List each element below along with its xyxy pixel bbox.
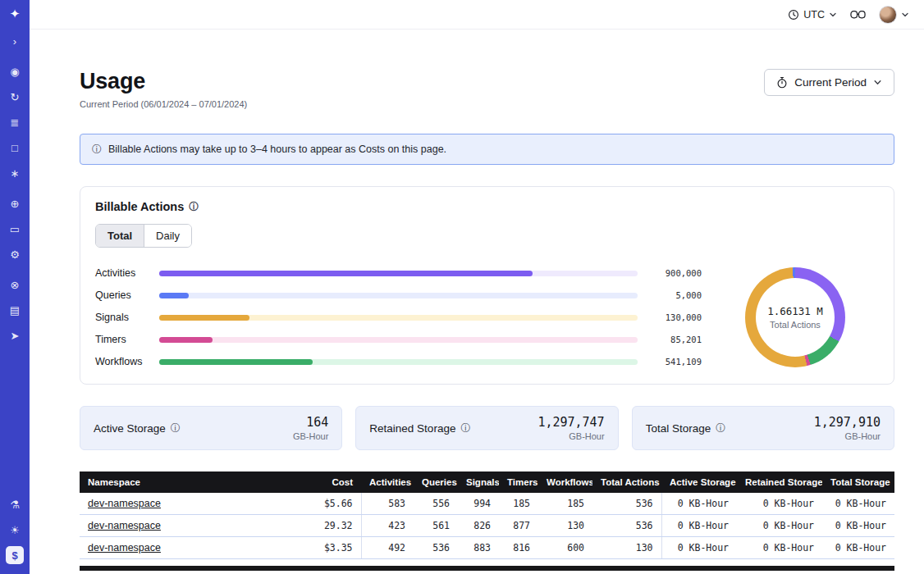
sidebar-group: ⊗▤➤ [6, 276, 24, 344]
docs-book-icon[interactable]: ▤ [6, 301, 24, 319]
info-icon[interactable]: ⓘ [171, 423, 181, 433]
cell: 826 [458, 515, 499, 537]
cell: 994 [458, 493, 499, 515]
circle-x-icon[interactable]: ⊗ [6, 276, 24, 294]
billable-bar-chart: Activities900,000Queries5,000Signals130,… [95, 267, 702, 367]
column-header-queries: Queries [414, 472, 458, 493]
column-header-total-actions: Total Actions [592, 472, 661, 493]
stat-unit: GB-Hour [537, 431, 604, 441]
stat-value: 1,297,747 [537, 415, 604, 430]
bar-value: 85,201 [649, 335, 702, 344]
lab-flask-icon[interactable]: ⚗ [6, 495, 24, 513]
timezone-selector[interactable]: UTC [788, 9, 837, 20]
stat-unit: GB-Hour [814, 431, 881, 441]
app-root: ✦ ›◉↻≣□∗⊕▭⚙⊗▤➤ ⚗☀$ UTC Usage Current [0, 0, 924, 574]
cell: 0 KB-Hour [822, 537, 894, 559]
period-selector-button[interactable]: Current Period [764, 69, 894, 96]
stat-value-block: 1,297,910GB-Hour [814, 415, 881, 441]
namespace-cell: dev-namespace [80, 515, 290, 537]
bar-row-signals: Signals130,000 [95, 312, 702, 323]
column-header-timers: Timers [499, 472, 538, 493]
globe-icon[interactable]: ⊕ [6, 194, 24, 212]
chevron-down-icon [901, 11, 909, 19]
donut-total-value: 1.66131 M [767, 305, 823, 317]
cell: 29.32 [290, 515, 361, 537]
bar-label: Activities [95, 267, 148, 279]
namespace-link[interactable]: dev-namespace [88, 498, 161, 509]
bar-label: Workflows [95, 356, 148, 367]
page-title: Usage [80, 69, 247, 94]
schedules-icon[interactable]: ↻ [6, 88, 24, 106]
billing-card-icon[interactable]: ▭ [6, 220, 24, 238]
topbar: UTC [30, 0, 924, 30]
cell: 423 [361, 515, 414, 537]
user-menu[interactable] [879, 6, 909, 24]
period-button-label: Current Period [794, 76, 867, 89]
bar-row-queries: Queries5,000 [95, 289, 702, 301]
namespace-cell: dev-namespace [80, 493, 290, 515]
column-header-cost: Cost [290, 472, 361, 493]
cell: 0 KB-Hour [737, 537, 822, 559]
info-icon: ⓘ [92, 144, 102, 154]
tab-total[interactable]: Total [96, 225, 144, 247]
cell: 185 [538, 493, 592, 515]
stat-label-text: Active Storage [94, 422, 166, 435]
donut-center: 1.66131 M Total Actions [723, 264, 867, 371]
deployments-icon[interactable]: □ [6, 139, 24, 157]
bar-fill [159, 271, 533, 276]
bar-track [159, 337, 638, 343]
bar-track [159, 359, 638, 365]
namespace-cell: dev-namespace [80, 537, 290, 559]
tab-daily[interactable]: Daily [144, 225, 191, 247]
cell: 185 [499, 493, 538, 515]
column-header-retained-storage: Retained Storage [737, 472, 822, 493]
info-icon[interactable]: ⓘ [460, 423, 470, 433]
namespace-link[interactable]: dev-namespace [88, 520, 161, 531]
user-avatar[interactable] [879, 6, 897, 24]
usage-dollar-icon[interactable]: $ [6, 546, 24, 564]
bar-label: Timers [95, 334, 148, 345]
bar-value: 5,000 [649, 290, 702, 300]
cell: 0 KB-Hour [737, 515, 822, 537]
expand-sidebar-icon[interactable]: › [6, 32, 24, 50]
column-header-total-storage: Total Storage [822, 472, 894, 493]
settings-gear-icon[interactable]: ⚙ [6, 245, 24, 263]
goggles-icon[interactable] [850, 10, 866, 20]
bar-value: 130,000 [649, 312, 702, 322]
info-icon[interactable]: ⓘ [716, 423, 725, 433]
stat-label-text: Retained Storage [369, 422, 455, 435]
cell: $5.66 [290, 493, 361, 515]
theme-sun-icon[interactable]: ☀ [6, 521, 24, 539]
nexus-icon[interactable]: ∗ [6, 164, 24, 182]
stat-label-text: Total Storage [646, 422, 711, 435]
stack-icon[interactable]: ≣ [6, 113, 24, 131]
cell: 561 [414, 515, 458, 537]
timezone-label: UTC [803, 9, 825, 20]
bar-fill [159, 315, 249, 321]
stat-value: 164 [293, 415, 328, 430]
rocket-icon[interactable]: ➤ [6, 326, 24, 344]
bar-value: 900,000 [649, 268, 702, 278]
bar-label: Signals [95, 312, 148, 323]
bar-label: Queries [95, 289, 148, 301]
workflows-icon[interactable]: ◉ [6, 62, 24, 80]
stat-label: Total Storageⓘ [646, 422, 726, 435]
usage-table: NamespaceCostActivitiesQueriesSignalsTim… [80, 472, 894, 559]
table-row: dev-namespace$5.665835569941851855360 KB… [80, 493, 894, 515]
cell: 556 [414, 493, 458, 515]
namespace-usage-table: NamespaceCostActivitiesQueriesSignalsTim… [80, 472, 894, 571]
sidebar-bottom: ⚗☀$ [6, 495, 24, 564]
cell: 536 [414, 537, 458, 559]
bar-row-timers: Timers85,201 [95, 334, 702, 345]
column-header-namespace: Namespace [80, 472, 290, 493]
next-table-header-partial [80, 566, 894, 571]
banner-text: Billable Actions may take up to 3–4 hour… [108, 144, 446, 155]
donut-total-label: Total Actions [770, 320, 821, 330]
namespace-link[interactable]: dev-namespace [88, 542, 161, 554]
info-icon[interactable]: ⓘ [189, 202, 199, 212]
stat-card-total-storage: Total Storageⓘ1,297,910GB-Hour [632, 406, 894, 450]
cell: $3.35 [290, 537, 361, 559]
stat-value: 1,297,910 [814, 415, 881, 430]
cell: 583 [361, 493, 414, 515]
cell: 130 [538, 515, 592, 537]
